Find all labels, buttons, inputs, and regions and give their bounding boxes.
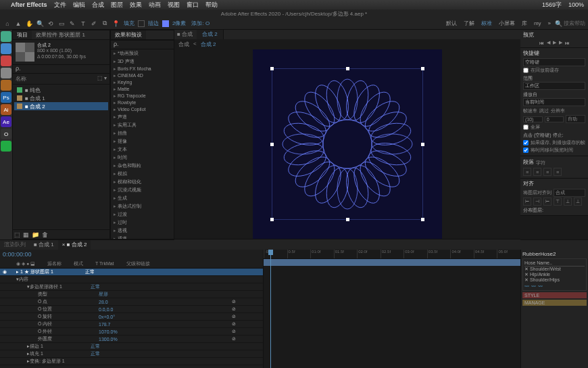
opt1-checkbox[interactable] <box>523 140 529 145</box>
col-trkmat[interactable]: T TrkMat <box>95 261 114 266</box>
fx-cat[interactable]: CINEMA 4D <box>111 72 174 79</box>
fx-cat[interactable]: 文本 <box>111 145 174 154</box>
timeline-layers[interactable]: ◉▸ 1★ 形状图层 1正常 ▾内容 ▾多边星形路径 1正常 类型星形 Ö 点2… <box>0 269 263 365</box>
menu-layer[interactable]: 图层 <box>111 1 123 9</box>
fx-cat[interactable]: Video Copilot <box>111 106 174 113</box>
hose-icon[interactable]: 〰 <box>524 284 529 289</box>
playhead[interactable] <box>270 250 271 368</box>
menu-edit[interactable]: 编辑 <box>73 1 85 9</box>
stamp-tool[interactable]: ⧉ <box>100 19 109 28</box>
fx-cat[interactable]: 通道 <box>111 235 174 239</box>
hand-tool[interactable]: ✋ <box>24 19 34 28</box>
layer-polystar-group[interactable]: ▾多边星形路径 1正常 <box>0 283 263 291</box>
comp-crumb1[interactable]: 合成 <box>178 41 189 48</box>
fx-cat[interactable]: RG Trapcode <box>111 93 174 99</box>
comp-tab-2[interactable]: 合成 2 <box>197 30 224 39</box>
dock-app1[interactable] <box>1 55 11 66</box>
prev-frame-icon[interactable]: ◀ <box>547 40 550 45</box>
prop-rotation[interactable]: Ö 旋转0x+0.0°⊘ <box>0 313 263 321</box>
handle-tc[interactable] <box>346 67 349 70</box>
pen-tool[interactable]: ✎ <box>68 19 77 28</box>
selection-box[interactable] <box>272 68 423 220</box>
app-name[interactable]: After Effects <box>11 1 47 8</box>
hose-name-input[interactable]: Hose Name.. <box>524 260 585 267</box>
para-title[interactable]: 段落 <box>523 158 534 166</box>
handle-tl[interactable] <box>270 67 274 70</box>
puppet-tool[interactable]: 📍 <box>111 19 120 28</box>
playfrom-dropdown[interactable]: 当前时间 <box>523 98 585 106</box>
prop-position[interactable]: Ö 位置0.0,0.0⊘ <box>0 306 263 313</box>
proj-btn1[interactable]: ⬚ <box>14 231 20 237</box>
align-t-icon[interactable]: ⊤ <box>554 198 562 206</box>
text-tool[interactable]: T <box>78 19 88 28</box>
selection-tool[interactable]: ▲ <box>14 19 23 28</box>
timeline-timecode[interactable]: 0:00:00:00 <box>0 250 263 259</box>
fx-cat[interactable]: 模糊和锐化 <box>111 178 174 186</box>
opt2-checkbox[interactable] <box>523 147 529 153</box>
prop-inner-radius[interactable]: Ö 内径178.7⊘ <box>0 321 263 328</box>
manage-button[interactable]: MANAGE <box>522 300 587 306</box>
fx-cat[interactable]: 表达式控制 <box>111 202 174 210</box>
rect-tool[interactable]: ▭ <box>57 19 66 28</box>
effect-controls-tab[interactable]: 效果控件 形状图层 1 <box>32 30 89 39</box>
orbit-tool[interactable]: ⟲ <box>46 19 55 28</box>
layer-shape[interactable]: ◉▸ 1★ 形状图层 1正常 <box>0 269 263 276</box>
dock-app2[interactable] <box>1 68 11 78</box>
brush-tool[interactable]: ✐ <box>89 19 99 28</box>
search-help[interactable]: 搜索帮助 <box>564 20 585 27</box>
project-tab[interactable]: 项目 <box>13 30 32 39</box>
project-search[interactable]: ρ. <box>13 64 109 74</box>
stroke-label[interactable]: 描边 <box>148 20 159 27</box>
fx-cat[interactable]: 时间 <box>111 154 174 162</box>
ws-default[interactable]: 默认 <box>446 20 457 27</box>
project-item-solids[interactable]: ■ 纯色 <box>14 86 108 94</box>
project-item-comp1[interactable]: ■ 合成 1 <box>14 94 108 102</box>
ws-more[interactable]: » <box>548 20 551 26</box>
dock-safari[interactable] <box>1 43 11 54</box>
align-l-icon[interactable]: ⊢ <box>523 198 531 206</box>
name-column[interactable]: 名称 <box>16 75 26 83</box>
fx-cat[interactable]: 模拟 <box>111 170 174 178</box>
tl-tab-comp2[interactable]: × ■ 合成 2 <box>58 240 91 250</box>
justify-icon[interactable]: ≡ <box>554 168 562 176</box>
handle-bl[interactable] <box>270 218 274 221</box>
search-icon[interactable]: 🔍 <box>555 20 562 27</box>
tl-tab-render[interactable]: 渲染队列 <box>0 240 30 250</box>
fx-cat[interactable]: 扭曲 <box>111 129 174 137</box>
layer-bar[interactable] <box>264 259 520 266</box>
fx-cat[interactable]: Rowbyte <box>111 99 174 106</box>
fx-cat[interactable]: 声道 <box>111 113 174 121</box>
proj-btn2[interactable]: ▦ <box>23 231 29 237</box>
dock-ps[interactable]: Ps <box>1 92 11 103</box>
fx-cat[interactable]: 3D 声道 <box>111 58 174 66</box>
fx-cat[interactable]: Boris FX Mocha <box>111 66 174 72</box>
add-mode[interactable]: 添加: O <box>191 20 210 27</box>
effects-search[interactable]: ρ. <box>111 40 174 49</box>
ws-small[interactable]: 小屏幕 <box>499 20 515 27</box>
menu-comp[interactable]: 合成 <box>92 1 104 9</box>
col-source[interactable]: 源名称 <box>47 260 62 267</box>
menu-window[interactable]: 窗口 <box>187 1 199 9</box>
handle-br[interactable] <box>421 218 424 221</box>
dock-app5[interactable] <box>1 141 11 152</box>
ws-standard[interactable]: 标准 <box>481 20 492 27</box>
handle-tr[interactable] <box>421 67 424 70</box>
align-v-icon[interactable]: ⊥ <box>564 198 572 206</box>
next-frame-icon[interactable]: ▶ <box>559 40 562 45</box>
rubber-item[interactable]: ✕ Shoulder/Hips <box>524 277 585 283</box>
zoom-tool[interactable]: 🔍 <box>35 19 45 28</box>
menu-effect[interactable]: 效果 <box>130 1 142 9</box>
prop-type[interactable]: 类型星形 <box>0 291 263 298</box>
col-icons[interactable]: ◉ ◈ ● ⬓ <box>16 261 35 267</box>
stroke-width[interactable]: 2像素 <box>172 20 186 27</box>
ws-my[interactable]: my <box>534 20 541 26</box>
align-r-icon[interactable]: ⊢ <box>543 198 552 206</box>
align-left-icon[interactable]: ≡ <box>523 168 531 176</box>
timeline-ruler[interactable]: :00f0.5f01:0f01.5f02:0f02.5f03:0f03.5f04… <box>264 250 520 259</box>
fill-label[interactable]: 填充 <box>124 20 134 27</box>
dock-ai[interactable]: Ai <box>1 104 11 115</box>
hose-icon[interactable]: 〰 <box>538 284 543 289</box>
handle-bc[interactable] <box>346 218 349 221</box>
rubber-item[interactable]: ✕ Shoulder/Wrist <box>524 267 585 272</box>
goto-start-icon[interactable]: ⏮ <box>539 41 544 45</box>
